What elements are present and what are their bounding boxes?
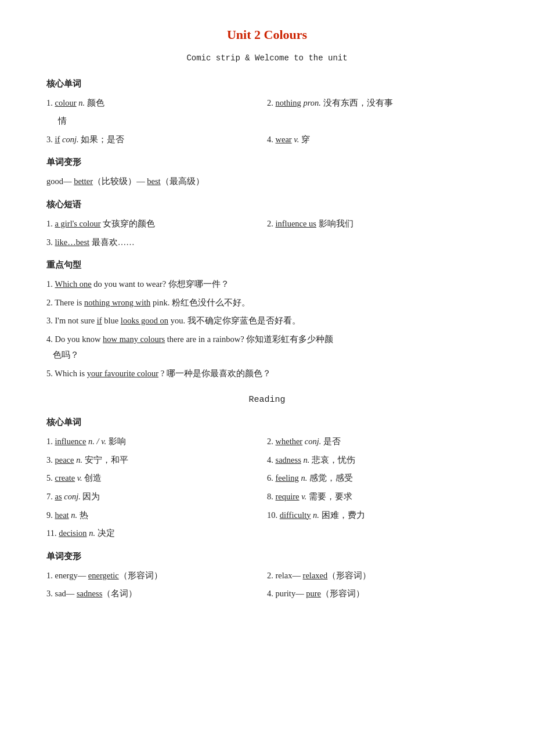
phrase-row-2: 3. like…best 最喜欢…… [46, 235, 488, 251]
sentence-5: 5. Which is your favourite colour ? 哪一种是… [46, 366, 488, 382]
underline-looks-good-on: looks good on [121, 316, 168, 325]
sentence-1: 1. Which one do you want to wear? 你想穿哪一件… [46, 276, 488, 293]
r-word-row-2: 3. peace n. 安宁，和平 4. sadness n. 悲哀，忧伤 [46, 452, 488, 469]
word-whether: whether [276, 437, 303, 446]
section-reading-core-words: 核心单词 [46, 415, 488, 430]
section-reading-word-forms: 单词变形 [46, 549, 488, 564]
word-wear: wear [276, 135, 292, 144]
word-colour: colour [55, 98, 77, 107]
phrase-influence-us: influence us [276, 219, 316, 228]
phrase-like-best: like…best [55, 237, 90, 247]
phrase-girls-colour: a girl's colour [55, 219, 101, 228]
word-energetic: energetic [88, 571, 119, 580]
r-word-row-1: 1. influence n. / v. 影响 2. whether conj.… [46, 434, 488, 450]
underline-which-one: Which one [55, 279, 92, 289]
word-pure: pure [306, 589, 321, 598]
sentence-4: 4. Do you know how many colours there ar… [46, 332, 488, 363]
r-word-row-3: 5. create v. 创造 6. feeling n. 感觉，感受 [46, 470, 488, 487]
word-heat: heat [55, 510, 69, 520]
underline-your-favourite-colour: your favourite colour [87, 369, 158, 378]
r-word-row-6: 11. decision n. 决定 [46, 525, 488, 542]
word-if: if [55, 135, 60, 144]
section-core-words-1: 核心单词 [46, 76, 488, 92]
word-row-1b: 情 [58, 113, 488, 129]
word-sadness-form: sadness [77, 589, 102, 598]
word-peace: peace [55, 455, 74, 465]
word-require: require [276, 492, 300, 501]
word-nothing: nothing [276, 98, 301, 107]
word-create: create [55, 473, 75, 483]
page-title: Unit 2 Colours [46, 23, 488, 46]
word-decision: decision [59, 528, 86, 538]
word-sadness: sadness [276, 455, 301, 465]
subtitle: Comic strip & Welcome to the unit [46, 51, 488, 66]
underline-nothing-wrong-with: nothing wrong with [84, 298, 150, 307]
word-row-2: 3. if conj. 如果；是否 4. wear v. 穿 [46, 132, 488, 148]
word-as: as [55, 492, 62, 501]
phrase-row-1: 1. a girl's colour 女孩穿的颜色 2. influence u… [46, 216, 488, 232]
section-core-phrases: 核心短语 [46, 197, 488, 213]
word-feeling: feeling [276, 473, 299, 483]
word-difficulty: difficulty [280, 510, 311, 520]
reading-subtitle: Reading [46, 392, 488, 408]
underline-how-many-colours: how many colours [103, 334, 165, 344]
word-influence: influence [55, 437, 86, 446]
word-relaxed: relaxed [303, 571, 328, 580]
word-form-1: good— better（比较级）— best（最高级） [46, 174, 488, 190]
sentence-2: 2. There is nothing wrong with pink. 粉红色… [46, 295, 488, 311]
word-row-1: 1. colour n. 颜色 2. nothing pron. 没有东西，没有… [46, 95, 488, 111]
underline-if: if [97, 316, 102, 325]
r-wf-row-2: 3. sad— sadness（名词） 4. purity— pure（形容词） [46, 586, 488, 602]
r-word-row-4: 7. as conj. 因为 8. require v. 需要，要求 [46, 489, 488, 505]
section-key-sentences: 重点句型 [46, 257, 488, 273]
r-wf-row-1: 1. energy— energetic（形容词） 2. relax— rela… [46, 568, 488, 584]
section-word-forms-1: 单词变形 [46, 154, 488, 170]
sentence-3: 3. I'm not sure if blue looks good on yo… [46, 313, 488, 329]
r-word-row-5: 9. heat n. 热 10. difficulty n. 困难，费力 [46, 507, 488, 524]
